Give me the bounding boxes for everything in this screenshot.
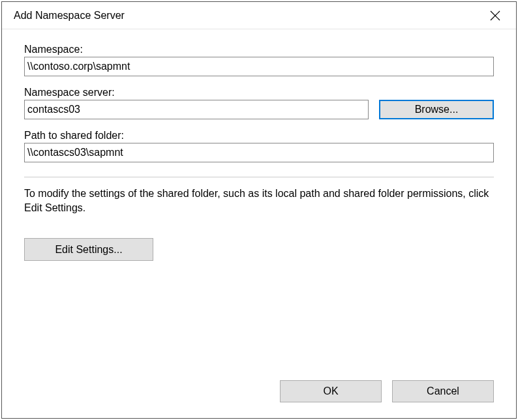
- shared-path-label: Path to shared folder:: [24, 130, 494, 142]
- namespace-server-row: Browse...: [24, 100, 494, 119]
- close-icon: [490, 10, 500, 21]
- browse-button[interactable]: Browse...: [379, 100, 494, 119]
- close-button[interactable]: [482, 3, 508, 29]
- namespace-field[interactable]: [24, 57, 494, 76]
- ok-button[interactable]: OK: [280, 380, 382, 402]
- shared-path-group: Path to shared folder:: [24, 130, 494, 162]
- dialog-title: Add Namespace Server: [14, 10, 125, 22]
- namespace-server-label: Namespace server:: [24, 87, 494, 98]
- namespace-server-field[interactable]: [24, 100, 369, 119]
- dialog-content: Namespace: Namespace server: Browse... P…: [2, 29, 516, 418]
- edit-settings-button[interactable]: Edit Settings...: [24, 238, 153, 261]
- namespace-server-group: Namespace server: Browse...: [24, 87, 494, 119]
- titlebar: Add Namespace Server: [2, 2, 516, 29]
- cancel-button[interactable]: Cancel: [392, 380, 494, 402]
- dialog-window: Add Namespace Server Namespace: Namespac…: [1, 1, 517, 419]
- divider: [24, 177, 494, 177]
- namespace-group: Namespace:: [24, 44, 494, 76]
- help-text: To modify the settings of the shared fol…: [24, 187, 494, 215]
- dialog-button-row: OK Cancel: [280, 380, 494, 402]
- namespace-label: Namespace:: [24, 44, 494, 55]
- shared-path-field[interactable]: [24, 143, 494, 162]
